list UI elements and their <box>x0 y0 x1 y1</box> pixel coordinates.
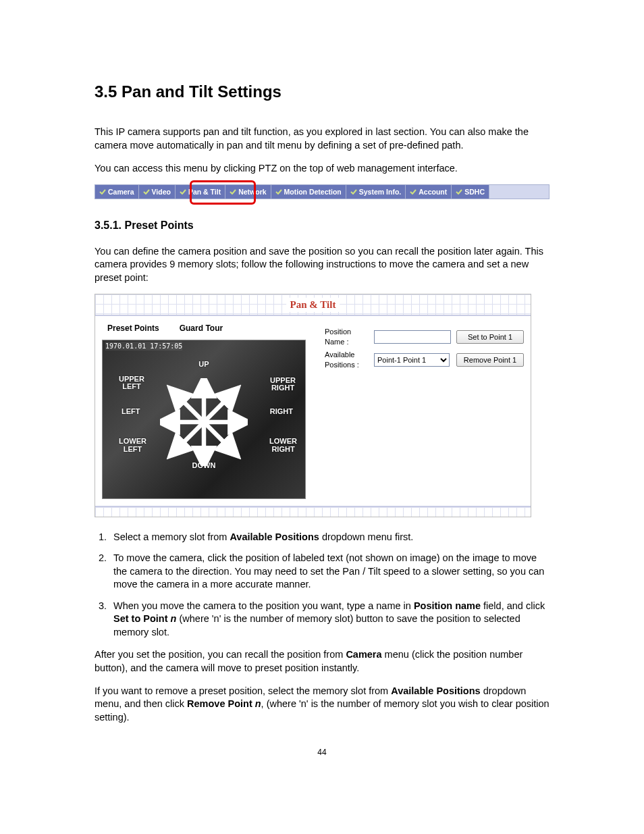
nav-tab-camera[interactable]: Camera <box>95 185 139 199</box>
intro-paragraph-2: You can access this menu by clicking PTZ… <box>95 162 549 176</box>
nav-label: Pan & Tilt <box>188 187 221 197</box>
after-paragraph-2: If you want to remove a preset position,… <box>95 685 549 725</box>
nav-label: Motion Detection <box>284 187 342 197</box>
list-item: When you move the camera to the position… <box>109 600 549 640</box>
svg-line-6 <box>176 422 204 450</box>
nav-label: Network <box>238 187 266 197</box>
available-positions-label: Available Positions : <box>322 348 371 371</box>
after-paragraph-1: After you set the position, you can reca… <box>95 648 549 675</box>
dir-label-lower-right[interactable]: LOWERRIGHT <box>269 438 297 453</box>
check-icon <box>230 189 236 194</box>
intro-paragraph-1: This IP camera supports pan and tilt fun… <box>95 126 549 152</box>
nav-tab-network[interactable]: Network <box>225 185 271 199</box>
nav-label: Video <box>152 187 171 197</box>
nav-tab-system-info[interactable]: System Info. <box>346 185 406 199</box>
camera-timestamp: 1970.01.01 17:57:05 <box>105 342 182 351</box>
nav-label: System Info. <box>359 187 401 197</box>
dir-label-left[interactable]: LEFT <box>122 408 140 416</box>
check-icon <box>350 189 357 194</box>
check-icon <box>410 189 417 194</box>
page-number: 44 <box>95 747 549 758</box>
top-nav-bar: Camera Video Pan & Tilt Network Motion D… <box>95 184 549 199</box>
pan-tilt-panel: Pan & Tilt Preset Points Guard Tour 1970… <box>95 294 531 517</box>
instruction-list: Select a memory slot from Available Posi… <box>95 531 549 640</box>
nav-label: Camera <box>108 187 134 197</box>
svg-line-5 <box>204 394 232 423</box>
nav-label: SDHC <box>464 187 485 197</box>
nav-tab-sdhc[interactable]: SDHC <box>452 185 489 199</box>
check-icon <box>180 189 186 194</box>
panel-header-grid: Pan & Tilt <box>95 294 531 315</box>
dir-label-right[interactable]: RIGHT <box>270 408 293 416</box>
list-item: To move the camera, click the position o… <box>109 552 549 592</box>
dir-label-upper-right[interactable]: UPPERRIGHT <box>270 377 296 392</box>
panel-footer-grid <box>95 507 531 517</box>
check-icon <box>275 189 282 194</box>
camera-viewport[interactable]: 1970.01.01 17:57:05 UP DOWN LEFT RIGHT U… <box>102 340 306 499</box>
nav-tab-motion-detection[interactable]: Motion Detection <box>271 185 346 199</box>
check-icon <box>99 189 106 194</box>
svg-line-4 <box>176 394 204 423</box>
direction-arrows-icon <box>160 378 248 466</box>
check-icon <box>143 189 150 194</box>
panel-title: Pan & Tilt <box>286 298 340 311</box>
available-positions-dropdown[interactable]: Point-1 Point 1 <box>374 353 450 367</box>
dir-label-up[interactable]: UP <box>198 361 209 369</box>
position-name-label: Position Name : <box>322 325 371 348</box>
nav-tab-video[interactable]: Video <box>139 185 176 199</box>
remove-point-button[interactable]: Remove Point 1 <box>456 353 524 367</box>
section-heading: 3.5 Pan and Tilt Settings <box>95 81 549 103</box>
nav-label: Account <box>419 187 447 197</box>
nav-tab-account[interactable]: Account <box>406 185 452 199</box>
check-icon <box>456 189 462 194</box>
set-to-point-button[interactable]: Set to Point 1 <box>456 330 524 344</box>
dir-label-upper-left[interactable]: UPPERLEFT <box>119 375 144 391</box>
svg-line-7 <box>204 422 232 450</box>
dir-label-lower-left[interactable]: LOWERLEFT <box>119 438 146 453</box>
list-item: Select a memory slot from Available Posi… <box>109 531 549 544</box>
subsection-heading: 3.5.1. Preset Points <box>95 218 549 233</box>
tab-guard-tour[interactable]: Guard Tour <box>180 323 223 334</box>
preset-intro: You can define the camera position and s… <box>95 245 549 285</box>
position-name-input[interactable] <box>374 330 451 344</box>
nav-tab-pan-tilt[interactable]: Pan & Tilt <box>176 185 225 199</box>
tab-preset-points[interactable]: Preset Points <box>107 323 159 334</box>
